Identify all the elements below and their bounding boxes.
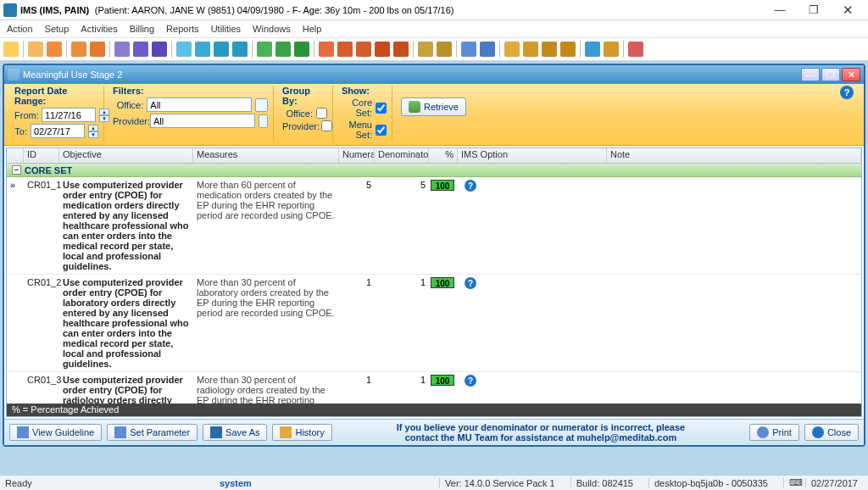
provider-label: Provider: [113, 116, 147, 126]
toolbar-icon[interactable] [523, 42, 538, 57]
toolbar-help-icon[interactable] [585, 42, 600, 57]
col-note[interactable]: Note [607, 148, 861, 163]
toolbar-icon[interactable] [275, 42, 291, 57]
row-id: CR01_2 [24, 277, 59, 369]
save-as-button[interactable]: Save As [203, 424, 267, 441]
office-lookup-icon[interactable] [255, 98, 268, 112]
toolbar-icon[interactable] [176, 42, 192, 57]
pct-badge: 100 [431, 277, 454, 288]
toolbar-icon[interactable] [437, 42, 452, 57]
group-header-row[interactable]: − CORE SET [7, 164, 861, 177]
child-minimize-button[interactable]: — [801, 68, 820, 81]
retrieve-button[interactable]: Retrieve [401, 97, 466, 116]
toolbar-icon[interactable] [152, 42, 167, 57]
col-denominator[interactable]: Denominator [375, 148, 429, 163]
set-parameter-button[interactable]: Set Parameter [107, 424, 198, 441]
help-icon[interactable]: ? [840, 86, 854, 99]
toolbar-icon[interactable] [214, 42, 229, 57]
toolbar-icon[interactable] [90, 42, 105, 57]
to-date-spinner[interactable]: ▲▼ [88, 125, 98, 138]
toolbar-icon[interactable] [418, 42, 433, 57]
row-numerator: 1 [339, 375, 375, 404]
to-date-input[interactable] [31, 124, 85, 138]
grid-body[interactable]: − CORE SET »CR01_1Use computerized provi… [7, 164, 861, 404]
window-minimize-button[interactable]: — [763, 2, 797, 19]
toolbar-icon[interactable] [195, 42, 210, 57]
toolbar-icon[interactable] [375, 42, 390, 57]
toolbar-icon[interactable] [393, 42, 409, 57]
menu-setup[interactable]: Setup [45, 24, 70, 34]
toolbar-icon[interactable] [28, 42, 43, 57]
child-close-button[interactable]: ✕ [842, 68, 860, 81]
menu-reports[interactable]: Reports [166, 24, 199, 34]
menu-windows[interactable]: Windows [253, 24, 291, 34]
group-office-checkbox[interactable] [316, 108, 327, 119]
row-help-icon[interactable]: ? [465, 277, 476, 289]
status-bar: Ready system Ver: 14.0.0 Service Pack 1 … [0, 475, 868, 490]
show-label: Show: [342, 86, 387, 96]
print-button[interactable]: Print [749, 424, 799, 441]
row-note [607, 277, 861, 369]
toolbar-icon[interactable] [71, 42, 86, 57]
menu-help[interactable]: Help [303, 24, 322, 34]
toolbar-icon[interactable] [337, 42, 353, 57]
toolbar-icon[interactable] [133, 42, 148, 57]
toolbar-icon[interactable] [356, 42, 371, 57]
table-row[interactable]: CR01_3Use computerized provider order en… [7, 372, 861, 404]
menu-billing[interactable]: Billing [130, 24, 154, 34]
toolbar-icon[interactable] [604, 42, 619, 57]
menu-utilities[interactable]: Utilities [211, 24, 241, 34]
retrieve-icon [409, 101, 420, 113]
toolbar-icon[interactable] [461, 42, 476, 57]
col-pct[interactable]: % [429, 148, 458, 163]
status-build: Build: 082415 [570, 478, 638, 488]
toolbar-icon[interactable] [319, 42, 334, 57]
table-row[interactable]: CR01_2Use computerized provider order en… [7, 275, 861, 372]
from-label: From: [14, 110, 38, 120]
toolbar-icon[interactable] [294, 42, 309, 57]
guideline-icon [17, 426, 29, 438]
toolbar-exit-icon[interactable] [628, 42, 643, 57]
child-maximize-button[interactable]: ❐ [821, 68, 840, 81]
row-note [607, 375, 861, 404]
table-row[interactable]: »CR01_1Use computerized provider order e… [7, 177, 861, 275]
toolbar-icon[interactable] [542, 42, 557, 57]
row-help-icon[interactable]: ? [465, 375, 476, 387]
toolbar-icon[interactable] [504, 42, 520, 57]
row-denominator: 1 [375, 375, 429, 404]
row-id: CR01_3 [24, 375, 59, 404]
provider-lookup-icon[interactable] [259, 114, 268, 128]
col-measures[interactable]: Measures [193, 148, 339, 163]
collapse-icon[interactable]: − [12, 165, 21, 175]
menu-action[interactable]: Action [7, 24, 33, 34]
col-ims-option[interactable]: IMS Option [458, 148, 607, 163]
from-date-input[interactable] [42, 108, 96, 122]
toolbar-icon[interactable] [257, 42, 272, 57]
coreset-checkbox[interactable] [376, 103, 387, 114]
col-objective[interactable]: Objective [59, 148, 193, 163]
window-maximize-button[interactable]: ❐ [797, 2, 831, 19]
bottom-bar: View Guideline Set Parameter Save As His… [4, 419, 864, 445]
view-guideline-button[interactable]: View Guideline [9, 424, 102, 441]
col-numerator[interactable]: Numerator [339, 148, 375, 163]
toolbar-icon[interactable] [47, 42, 62, 57]
report-date-range-label: Report Date Range: [14, 86, 98, 106]
row-help-icon[interactable]: ? [465, 180, 476, 192]
office-input[interactable] [147, 97, 252, 112]
history-button[interactable]: History [272, 424, 331, 441]
toolbar-icon[interactable] [232, 42, 248, 57]
close-button[interactable]: Close [804, 424, 859, 441]
menu-activities[interactable]: Activities [81, 24, 117, 34]
status-host: desktop-bq5ja0b - 0050335 [648, 478, 773, 488]
provider-input[interactable] [150, 114, 255, 128]
menuset-checkbox[interactable] [376, 125, 387, 136]
menubar: Action Setup Activities Billing Reports … [0, 20, 868, 37]
toolbar-icon[interactable] [3, 42, 19, 57]
toolbar-icon[interactable] [114, 42, 130, 57]
window-close-button[interactable]: ✕ [831, 2, 865, 19]
col-id[interactable]: ID [24, 148, 59, 163]
group-provider-checkbox[interactable] [321, 120, 332, 131]
toolbar-icon[interactable] [480, 42, 495, 57]
toolbar-icon[interactable] [560, 42, 576, 57]
main-toolbar [0, 37, 868, 61]
